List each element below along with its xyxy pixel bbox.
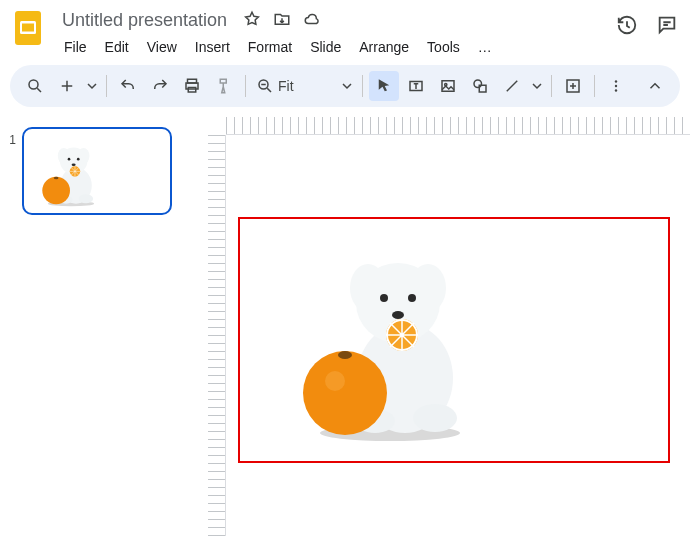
textbox-tool[interactable] <box>401 71 431 101</box>
menu-more[interactable]: … <box>470 35 500 59</box>
menu-bar: File Edit View Insert Format Slide Arran… <box>56 35 608 59</box>
menu-format[interactable]: Format <box>240 35 300 59</box>
menu-edit[interactable]: Edit <box>97 35 137 59</box>
menu-arrange[interactable]: Arrange <box>351 35 417 59</box>
new-slide-dropdown[interactable] <box>84 71 100 101</box>
svg-point-19 <box>79 194 94 203</box>
svg-point-22 <box>58 148 70 164</box>
svg-point-32 <box>413 404 457 432</box>
menu-tools[interactable]: Tools <box>419 35 468 59</box>
menu-view[interactable]: View <box>139 35 185 59</box>
comment-insert-button[interactable] <box>558 71 588 101</box>
svg-point-24 <box>68 158 71 161</box>
image-tool[interactable] <box>433 71 463 101</box>
svg-point-14 <box>615 80 617 82</box>
ruler-horizontal <box>226 117 690 135</box>
menu-insert[interactable]: Insert <box>187 35 238 59</box>
shape-tool[interactable] <box>465 71 495 101</box>
cloud-icon[interactable] <box>303 10 321 31</box>
print-button[interactable] <box>177 71 207 101</box>
svg-point-27 <box>42 177 70 205</box>
svg-point-36 <box>410 264 446 312</box>
slide-number: 1 <box>6 127 16 147</box>
svg-point-28 <box>54 177 59 180</box>
toolbar: Fit <box>10 65 680 107</box>
paint-format-button[interactable] <box>209 71 239 101</box>
collapse-toolbar-button[interactable] <box>640 71 670 101</box>
search-button[interactable] <box>20 71 50 101</box>
svg-rect-9 <box>442 81 454 92</box>
move-icon[interactable] <box>273 10 291 31</box>
svg-point-25 <box>77 158 80 161</box>
undo-button[interactable] <box>113 71 143 101</box>
slide-image[interactable] <box>290 243 490 443</box>
line-tool[interactable] <box>497 71 527 101</box>
redo-button[interactable] <box>145 71 175 101</box>
slide-thumbnail[interactable] <box>22 127 172 215</box>
comments-icon[interactable] <box>656 14 678 39</box>
slide-thumbnail-row: 1 <box>6 127 194 215</box>
slide-canvas[interactable] <box>238 217 670 463</box>
menu-file[interactable]: File <box>56 35 95 59</box>
history-icon[interactable] <box>616 14 638 39</box>
zoom-label: Fit <box>278 78 314 94</box>
doc-title[interactable]: Untitled presentation <box>56 8 233 33</box>
zoom-control[interactable]: Fit <box>252 77 356 95</box>
line-tool-dropdown[interactable] <box>529 71 545 101</box>
svg-point-11 <box>474 80 482 88</box>
svg-rect-2 <box>22 24 34 32</box>
select-tool[interactable] <box>369 71 399 101</box>
svg-point-16 <box>615 89 617 91</box>
ruler-vertical <box>208 135 226 536</box>
svg-point-39 <box>392 311 404 319</box>
slides-logo[interactable] <box>8 8 48 48</box>
svg-point-42 <box>338 351 352 359</box>
filmstrip: 1 <box>0 117 200 536</box>
svg-point-38 <box>408 294 416 302</box>
canvas-area <box>200 117 690 536</box>
svg-point-37 <box>380 294 388 302</box>
menu-slide[interactable]: Slide <box>302 35 349 59</box>
new-slide-button[interactable] <box>52 71 82 101</box>
svg-point-23 <box>78 148 90 164</box>
star-icon[interactable] <box>243 10 261 31</box>
more-tools-button[interactable] <box>601 71 631 101</box>
svg-point-40 <box>303 351 387 435</box>
svg-point-3 <box>29 80 38 89</box>
svg-point-41 <box>325 371 345 391</box>
svg-point-26 <box>72 163 76 166</box>
svg-point-15 <box>615 85 617 87</box>
svg-point-35 <box>350 264 386 312</box>
